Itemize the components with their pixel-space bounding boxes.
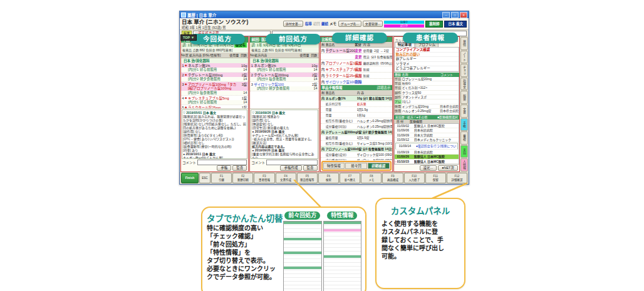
visit-row[interactable]: 01/09/06 日本市民病院	[395, 128, 459, 133]
mode-label[interactable]: 継続	[321, 22, 329, 26]
detail-row[interactable]: 用量 1日1g	[321, 113, 392, 118]
detail-tab[interactable]: 前々回	[345, 163, 367, 169]
patient-alert[interactable]: 卵アレルギー	[395, 57, 459, 62]
guidance-note[interactable]: ▽ 2019/09/26 日本 義文[服薬状況] 残薬あり[副作用] なし[体調…	[251, 110, 318, 159]
compare-row[interactable]: 内 ザイロリック錠100 削除	[321, 79, 392, 85]
side-tab[interactable]: 来局	[460, 145, 468, 158]
mode-label[interactable]: メモ	[329, 22, 337, 26]
patient-alert[interactable]: コンプライアンス確認	[395, 48, 459, 53]
visit-row[interactable]: 01/09/09 日本大学病院	[395, 133, 459, 138]
pharmacist-button[interactable]: 薬剤師	[425, 21, 444, 28]
fn-key[interactable]: F3 患者情報	[254, 173, 274, 183]
doc-manage-button[interactable]: 文書管理...	[363, 21, 383, 27]
rx-row[interactable]: 3 ザイロリック錠100 2錠 [内]分2 朝夕食後服用 14	[250, 82, 318, 91]
fn-key[interactable]: F4 文書作成	[276, 173, 296, 183]
fn-key[interactable]: F1 引継	[211, 173, 232, 183]
rx-row[interactable]: 1 ネルボン散1% 10g [内]分1 寝る前服用 14	[250, 63, 318, 73]
med-row[interactable]: 禁忌 ロプレソール錠20mg	[395, 77, 459, 81]
detail-row[interactable]: 用量 1回1.5g	[321, 107, 392, 113]
detail-link[interactable]: 詳細表示	[377, 85, 391, 90]
med-row[interactable]: アレ (なし)	[395, 100, 459, 104]
top-tab[interactable]: TOP ▼	[180, 34, 197, 41]
fn-key[interactable]: F12 詳細確認	[447, 173, 467, 183]
rx-row[interactable]: 5 ◆ ラミクタール錠25mg 1錠 [内]分1 朝食後服用 14	[181, 105, 248, 109]
user-button[interactable]: 日本 義文	[444, 21, 467, 28]
patient-alert[interactable]: ソラマメ	[395, 62, 459, 67]
detail-row[interactable]: 内 アロプリノール錠100mg「タカタ」 3錠 分3 毎食後服用 14日分 (1…	[321, 146, 392, 152]
detail-row[interactable]: 成分重複(同効) ザイロリック錠100 (09/26)	[321, 158, 392, 160]
side-tab[interactable]: 文書	[460, 105, 468, 118]
callout-tabs: タブでかんたん切替 特に確認頻度の高い「チェック確認」「前々回処方」「特性情報」…	[201, 207, 366, 291]
patient-alert[interactable]: どうぶつ系アレルギー	[395, 66, 459, 71]
settings-button[interactable]: 設定...	[420, 165, 437, 171]
detail-row[interactable]: 内 テグレトール錠200mg 2錠 分2 朝夕食後服用 14日分 (1日2錠)	[321, 130, 392, 135]
visit-row[interactable]: 01/09/14 ●電話照会を行う(残薬について)	[395, 143, 458, 149]
techo-button[interactable]: 手帳	[217, 165, 231, 171]
visit-row[interactable]: 01/09/12 日本メディカルクリニック	[395, 138, 459, 142]
detail-row[interactable]: 成分重複(同効) ハルシオン0.25mg錠[併用薬-前回薬]	[321, 124, 392, 130]
detail-row[interactable]: 最低用量 1回1.5錠	[321, 135, 392, 141]
compare-row[interactable]: 内 キプレスチュアブル錠5mg 追加 新規	[321, 66, 392, 73]
compare-row[interactable]: 内 ラミクタール錠25mg 追加 新規	[321, 73, 392, 79]
net-next-button[interactable]: ●NET次	[438, 165, 458, 171]
detail-row[interactable]: 処方特記等 処方薬	[321, 101, 392, 107]
comment-input[interactable]	[197, 160, 247, 165]
fn-key[interactable]: F11 保留	[425, 173, 446, 183]
compare-row[interactable]: 変更 用法: 分3 毎食後服用 → 分2 朝夕食後服用	[321, 54, 392, 60]
side-tab[interactable]: 指導文	[460, 78, 468, 91]
side-tab[interactable]: チェック	[460, 64, 468, 77]
mode-label[interactable]: 初回	[313, 22, 321, 26]
visit-row[interactable]: 01/09/19 日本市民病院	[395, 150, 459, 155]
patient-alert[interactable]: 飲み忘れの疑い	[395, 53, 459, 58]
rx-row[interactable]: 1 ◆ ネルボン散1% 10g [内]分1 寝る前服用 14	[181, 63, 248, 73]
compare-row[interactable]: 内 アロプリノール錠100mg「タカタ」 追加 最終調剤日: 05/08以前(約…	[321, 60, 392, 66]
med-row[interactable]: 禁忌 杜仲G	[395, 81, 459, 86]
detail-row[interactable]: 相互作用(重複含む) ハルシオン0.25mg錠[併用薬-前回薬]	[321, 118, 392, 124]
kansa-button[interactable]: 監査	[303, 165, 318, 171]
visit-row[interactable]: 01/09/02 医療法人 日本MC医院	[395, 124, 459, 128]
side-tab[interactable]: 人情報	[460, 158, 468, 171]
fn-key[interactable]: F5 薬品情報等	[297, 173, 318, 183]
side-tab[interactable]: 薬情	[460, 37, 468, 50]
rx-row[interactable]: 3 ◆ アロプリノール錠100mg「タカタ」 3錠 [般]アロプリノール錠100…	[181, 82, 248, 96]
fn-key[interactable]: F9 画面構成	[382, 173, 403, 183]
compare-row[interactable]: 内 テグレトール錠200mg 変更 使用量: 2錠 → 2錠	[321, 48, 392, 54]
techo-create-button[interactable]: 手帳作成	[280, 165, 301, 171]
mode-label[interactable]: 指導	[304, 22, 313, 26]
fn-key[interactable]: F7 並べ替え	[340, 173, 360, 183]
detail-tab[interactable]: 特性情報	[323, 163, 345, 169]
med-row[interactable]: 併用 インデラル錠20mg 日本県立病院	[395, 105, 459, 109]
med-row[interactable]: 併用 ハルシオン0.25mg錠 日本県立病院	[395, 109, 459, 113]
med-row[interactable]: 副作 アダントディスポ	[395, 95, 459, 100]
minimize-button[interactable]: ─	[442, 12, 450, 18]
rx-row[interactable]: 2 テグレトール錠200mg 2錠 [内]分3 毎食後服用 14	[250, 73, 318, 82]
visit-row[interactable]: ▷ 01/10/15 医療法人 日本MC医院	[395, 160, 459, 164]
fn-key[interactable]: F10 入力終了	[404, 173, 425, 183]
maximize-button[interactable]: □	[451, 12, 459, 18]
side-tab[interactable]: 手帳	[460, 118, 468, 131]
finish-button[interactable]: Finish	[181, 173, 199, 183]
side-tab[interactable]: 重複	[460, 131, 468, 145]
med-row[interactable]: 禁忌 どくだみ刻 <312>	[395, 86, 459, 90]
side-tab[interactable]: ノート	[460, 51, 468, 64]
fn-key[interactable]: F6 検索	[318, 173, 339, 183]
med-row[interactable]: 副作 クラリス錠50	[395, 91, 459, 95]
rx-row[interactable]: 2 ◆ テグレトール錠200mg 2錠 [内]分2 朝夕食後服用 14	[181, 73, 248, 82]
detail-tab[interactable]: 詳細確認	[368, 163, 390, 169]
kansa-button[interactable]: 監査	[232, 165, 247, 171]
detail-row[interactable]: 内 ネルボン散1% 10g 分1 寝る前服用 14日分 (1日10g)	[321, 96, 392, 101]
attach-doc-button[interactable]: 添付文書...	[283, 21, 303, 27]
org-select-label[interactable]: ■医療機関選択	[437, 115, 458, 120]
esc-key[interactable]: ESC	[199, 173, 210, 183]
visit-row[interactable]: 01/09/26 医療法人 日本MC医院	[395, 155, 459, 159]
detail-row[interactable]: 成分重複(成分) ザイロリック錠100 (09/26)	[321, 152, 392, 158]
rx-row[interactable]: 4 ◆ キプレスチュアブル錠5mg 1錠 [内]分1 寝る前服用 14	[181, 96, 248, 105]
close-button[interactable]: ✕	[460, 12, 467, 18]
comment-input[interactable]	[266, 160, 317, 165]
fn-key[interactable]: F2 薬歴印刷	[232, 173, 253, 183]
side-tab[interactable]: 服薬	[460, 91, 468, 104]
detail-row[interactable]: 相互作用(重複含む) サイレース錠2.5mg (10/13)	[321, 141, 392, 146]
fn-key[interactable]: F8 メモ	[361, 173, 382, 183]
group-name-button[interactable]: グループ名...	[338, 21, 361, 27]
guidance-note[interactable]: ▽ 2019/05/01 日本 義文[服薬状況] 飲み忘れは、服薬管理が必要だっ…	[182, 110, 247, 159]
